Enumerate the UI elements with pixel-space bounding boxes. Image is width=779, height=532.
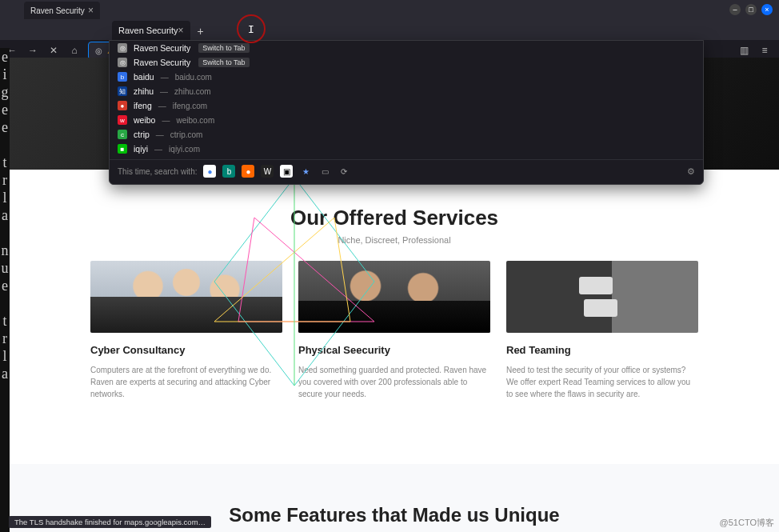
sidepanel-icon[interactable]: ▥ (737, 44, 750, 57)
suggestion-title: ifeng (134, 101, 152, 110)
service-body: Computers are at the forefront of everyt… (90, 364, 282, 400)
url-suggestion-row[interactable]: bbaidu—baidu.com (110, 70, 703, 84)
suggestion-url: zhihu.com (174, 87, 211, 96)
url-suggestion-row[interactable]: ◎Raven SecuritySwitch to Tab (110, 41, 703, 55)
suggestion-title: Raven Security (134, 43, 190, 53)
suggestion-favicon: ◎ (118, 43, 127, 53)
status-bar: The TLS handshake finished for maps.goog… (9, 516, 211, 528)
service-card: Red Teaming Need to test the security of… (506, 261, 698, 400)
url-suggestion-row[interactable]: wweibo—weibo.com (110, 113, 703, 127)
search-engine-icon[interactable]: W (261, 165, 274, 178)
switch-to-tab-badge[interactable]: Switch to Tab (198, 43, 249, 53)
url-suggestions-dropdown: ◎Raven SecuritySwitch to Tab◎Raven Secur… (109, 40, 704, 185)
suggestion-title: baidu (134, 72, 154, 82)
service-title: Red Teaming (506, 344, 698, 356)
suggestion-url: iqiyi.com (169, 145, 200, 154)
services-heading: Our Offered Services (10, 206, 779, 230)
window-close-button[interactable]: × (761, 4, 773, 15)
suggestion-sep: — (158, 102, 166, 110)
search-engine-icon[interactable]: ▣ (280, 165, 293, 178)
forward-button[interactable]: → (26, 43, 40, 58)
search-engine-icon[interactable]: ● (203, 165, 216, 178)
service-card: Physical Seecurity Need something guarde… (298, 261, 490, 400)
service-title: Cyber Consultancy (90, 344, 282, 356)
suggestion-favicon: w (118, 115, 127, 125)
suggestion-favicon: 知 (118, 86, 127, 96)
url-suggestion-row[interactable]: ◎Raven SecuritySwitch to Tab (110, 55, 703, 70)
suggestion-url: baidu.com (175, 73, 212, 82)
suggestion-sep: — (156, 130, 164, 139)
search-engine-icon[interactable]: b (222, 165, 235, 178)
suggestion-sep: — (161, 73, 169, 82)
suggestion-sep: — (154, 145, 162, 154)
service-body: Need to test the security of your office… (506, 364, 698, 400)
search-engines-row: This time, search with: ●b●W▣★▭⟳ ⚙ (110, 159, 703, 181)
window-minimize-button[interactable]: – (729, 4, 741, 15)
left-artifact-stripe: eigee trla nue trla (0, 48, 10, 532)
reload-button[interactable]: ✕ (46, 43, 61, 58)
tab-label: Raven Security (118, 26, 178, 35)
service-image (298, 261, 490, 333)
os-titlebar: Raven Security × – □ × (0, 0, 779, 19)
search-footer-label: This time, search with: (118, 167, 197, 176)
gear-icon[interactable]: ⚙ (687, 166, 695, 177)
close-icon[interactable]: × (88, 5, 94, 16)
hamburger-menu-icon[interactable]: ≡ (758, 44, 771, 57)
search-engine-icon[interactable]: ▭ (318, 165, 331, 178)
service-title: Physical Seecurity (298, 344, 490, 356)
watermark: @51CTO博客 (720, 517, 774, 529)
service-body: Need something guarded and protected. Ra… (298, 364, 490, 400)
switch-to-tab-badge[interactable]: Switch to Tab (198, 58, 249, 67)
search-engine-icon[interactable]: ● (242, 165, 254, 178)
service-image (90, 261, 282, 333)
suggestion-title: iqiyi (134, 144, 148, 154)
suggestion-favicon: ◎ (118, 58, 127, 67)
url-suggestion-row[interactable]: ●ifeng—ifeng.com (110, 98, 703, 113)
new-tab-button[interactable]: + (192, 22, 210, 40)
browser-tab-active[interactable]: Raven Security × (112, 21, 190, 40)
suggestion-url: weibo.com (176, 116, 214, 125)
search-engine-icon[interactable]: ⟳ (338, 165, 350, 178)
suggestion-favicon: c (118, 130, 127, 139)
suggestion-favicon: ■ (118, 144, 127, 154)
close-icon[interactable]: × (178, 25, 184, 36)
os-tab[interactable]: Raven Security × (24, 2, 100, 19)
suggestion-sep: — (160, 87, 168, 96)
suggestion-title: ctrip (134, 130, 150, 139)
suggestion-title: zhihu (134, 86, 154, 96)
suggestion-title: weibo (134, 115, 155, 125)
service-card: Cyber Consultancy Computers are at the f… (90, 261, 282, 400)
service-image (506, 261, 698, 333)
os-tab-label: Raven Security (30, 6, 85, 15)
window-maximize-button[interactable]: □ (745, 4, 757, 15)
suggestion-url: ifeng.com (173, 102, 207, 110)
suggestion-title: Raven Security (134, 58, 190, 67)
shield-icon[interactable]: ◎ (95, 46, 102, 55)
suggestion-favicon: b (118, 72, 127, 82)
suggestion-url: ctrip.com (170, 130, 203, 139)
home-button[interactable]: ⌂ (67, 43, 82, 58)
url-suggestion-row[interactable]: ■iqiyi—iqiyi.com (110, 142, 703, 156)
suggestion-sep: — (162, 116, 170, 125)
browser-tabbar: Raven Security × + (0, 19, 779, 40)
url-suggestion-row[interactable]: 知zhihu—zhihu.com (110, 84, 703, 98)
suggestion-favicon: ● (118, 101, 127, 110)
url-suggestion-row[interactable]: cctrip—ctrip.com (110, 127, 703, 142)
services-section: Our Offered Services Niche, Discreet, Pr… (10, 170, 779, 416)
search-engine-icon[interactable]: ★ (299, 165, 312, 178)
services-subtitle: Niche, Discreet, Professional (10, 235, 779, 245)
